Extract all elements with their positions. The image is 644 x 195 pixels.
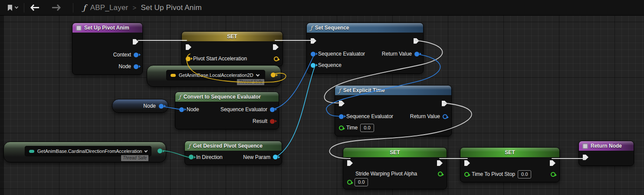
stride-warping-pivot-alpha-input-pin[interactable] — [347, 180, 352, 185]
node-local-acceleration-2d[interactable]: GetAnimBase.LocalAcceleration2D Thread S… — [147, 65, 281, 87]
forward-button[interactable] — [49, 2, 63, 14]
dropdown-label: GetAnimBase.CardinalDirectionFromAcceler… — [37, 149, 142, 154]
node-title: SET — [227, 33, 237, 40]
bookmark-icon — [7, 4, 13, 11]
exec-input-pin[interactable] — [186, 44, 191, 50]
node-title: Set Up Pivot Anim — [84, 25, 129, 31]
pin-label: Time To Pivot Stop — [472, 171, 515, 177]
node-cardinal-direction-from-acceleration[interactable]: GetAnimBase.CardinalDirectionFromAcceler… — [3, 142, 166, 162]
back-button[interactable] — [28, 2, 43, 14]
exec-input-pin[interactable] — [347, 160, 353, 166]
result-node-icon — [582, 143, 588, 149]
blueprint-editor: ƒ ABP_Layer > Set Up Pivot Anim Set Up P… — [0, 0, 644, 195]
node-variable-output-pin[interactable] — [159, 104, 164, 109]
time-to-pivot-stop-value-input[interactable]: 0.0 — [518, 170, 531, 178]
node-set-sequence[interactable]: ƒ Set Sequence Sequence Evaluator Return… — [306, 23, 424, 74]
node-set-up-pivot-anim[interactable]: Set Up Pivot Anim Context Node — [72, 23, 143, 75]
exec-output-pin[interactable] — [437, 160, 443, 166]
exec-input-pin[interactable] — [339, 101, 345, 106]
pin-row: Node — [72, 61, 142, 74]
pin-row — [460, 157, 559, 169]
node-variable-getter[interactable]: Node — [112, 99, 168, 113]
new-param-output-pin[interactable] — [273, 155, 278, 159]
exec-input-pin[interactable] — [311, 38, 316, 44]
cardinal-direction-output-pin[interactable] — [158, 149, 162, 153]
sequence-evaluator-input-pin[interactable] — [311, 52, 315, 56]
pin-label: Return Value — [410, 113, 440, 119]
node-output-pin[interactable] — [134, 64, 138, 69]
pin-row — [343, 157, 447, 169]
function-icon: ƒ — [188, 143, 191, 149]
node-header: SET — [343, 148, 447, 157]
time-to-pivot-stop-input-pin[interactable] — [464, 172, 469, 177]
thread-safe-watermark: Thread Safe — [237, 79, 264, 85]
node-header: ƒ Set Sequence — [307, 23, 423, 33]
breadcrumb-separator-icon: > — [132, 4, 136, 11]
pin-row — [335, 97, 451, 110]
enum-property-icon — [29, 150, 34, 153]
exec-output-pin[interactable] — [550, 160, 555, 166]
pin-row: Stride Warping Pivot Alpha — [343, 169, 447, 178]
node-title: SET — [505, 149, 515, 155]
node-return[interactable]: Return Node — [578, 141, 634, 166]
pin-row: In Direction New Param — [185, 152, 282, 165]
stride-alpha-value-input[interactable]: 0.0 — [355, 178, 368, 186]
pin-row: Sequence — [307, 60, 423, 73]
arrow-left-icon — [30, 4, 40, 11]
exec-input-pin[interactable] — [464, 160, 470, 166]
time-input-pin[interactable] — [339, 126, 344, 130]
node-set-explicit-time[interactable]: ƒ Set Explicit Time Sequence Evaluator R… — [335, 85, 452, 136]
node-title: Set Explicit Time — [343, 87, 385, 93]
return-value-output-pin[interactable] — [414, 52, 419, 56]
in-direction-input-pin[interactable] — [189, 155, 194, 159]
pin-label: In Direction — [196, 154, 223, 160]
pivot-start-acceleration-output-pin[interactable] — [274, 56, 279, 61]
pin-row — [72, 35, 142, 48]
node-set-stride-warping-pivot-alpha[interactable]: SET Stride Warping Pivot Alpha 0.0 — [343, 147, 447, 189]
pin-row: 0.0 — [343, 178, 447, 189]
pin-label: Return Value — [382, 51, 412, 57]
pin-label: Sequence Evaluator — [318, 51, 365, 57]
local-acceleration-output-pin[interactable] — [271, 73, 276, 77]
exec-input-pin[interactable] — [583, 155, 588, 160]
return-value-output-pin[interactable] — [443, 114, 447, 119]
bookmark-button[interactable] — [4, 2, 20, 14]
context-output-pin[interactable] — [134, 53, 138, 57]
sequence-evaluator-input-pin[interactable] — [339, 114, 344, 119]
pin-row: Time 0.0 — [335, 123, 451, 136]
exec-output-pin[interactable] — [442, 101, 447, 106]
arrow-right-icon — [51, 4, 61, 11]
node-input-pin[interactable] — [179, 107, 184, 112]
exec-output-pin[interactable] — [414, 38, 419, 44]
function-icon: ƒ — [179, 94, 181, 100]
chevron-down-icon — [15, 5, 18, 9]
exec-output-pin[interactable] — [273, 44, 279, 50]
sequence-input-pin[interactable] — [311, 63, 315, 68]
result-output-pin[interactable] — [270, 119, 275, 124]
variable-label: Node — [143, 103, 156, 109]
toolbar-divider — [24, 3, 24, 13]
time-value-input[interactable]: 0.0 — [360, 124, 374, 132]
event-node-icon — [76, 25, 82, 31]
pin-label: Time — [346, 125, 358, 131]
stride-warping-pivot-alpha-output-pin[interactable] — [438, 172, 443, 176]
node-header: ƒ Set Explicit Time — [335, 86, 451, 95]
node-header: Set Up Pivot Anim — [72, 23, 142, 33]
breadcrumb-current[interactable]: Set Up Pivot Anim — [141, 3, 201, 12]
chevron-down-icon — [256, 73, 260, 76]
breadcrumb-parent[interactable]: ABP_Layer — [90, 3, 128, 12]
pin-label: New Param — [243, 154, 270, 160]
pivot-start-acceleration-input-pin[interactable] — [186, 56, 191, 61]
toolbar-divider — [73, 3, 73, 13]
exec-output-pin[interactable] — [133, 39, 138, 45]
graph-canvas[interactable]: Set Up Pivot Anim Context Node SET — [0, 16, 644, 195]
node-get-desired-pivot-sequence[interactable]: ƒ Get Desired Pivot Sequence In Directio… — [184, 141, 282, 165]
node-convert-to-sequence-evaluator[interactable]: ƒ Convert to Sequence Evaluator Node Seq… — [175, 92, 279, 129]
node-set-time-to-pivot-stop[interactable]: SET Time To Pivot Stop 0.0 — [460, 147, 560, 182]
node-set-pivot-start-acceleration[interactable]: SET Pivot Start Acceleration — [181, 31, 283, 66]
sequence-evaluator-output-pin[interactable] — [270, 107, 275, 112]
time-to-pivot-stop-output-pin[interactable] — [551, 172, 555, 177]
graph-toolbar: ƒ ABP_Layer > Set Up Pivot Anim — [0, 0, 644, 16]
pin-row — [579, 152, 634, 165]
function-icon: ƒ — [310, 25, 312, 31]
